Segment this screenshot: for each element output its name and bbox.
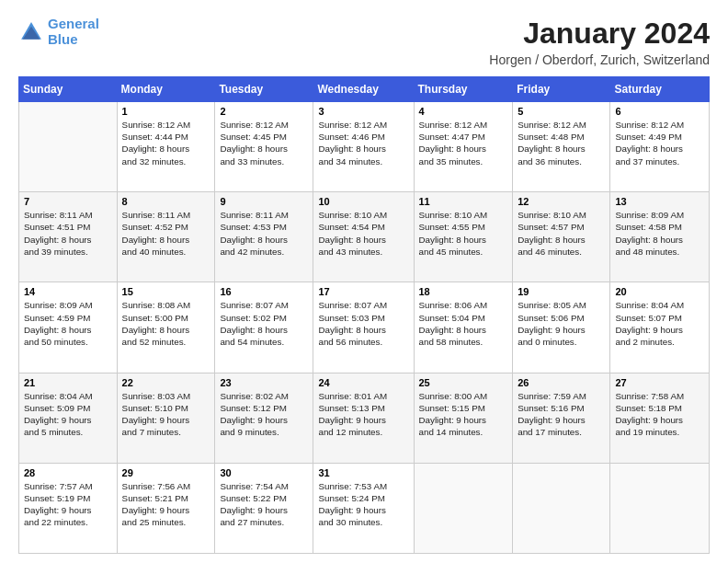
calendar-cell: 30Sunrise: 7:54 AM Sunset: 5:22 PM Dayli… [215,463,313,553]
calendar-cell: 10Sunrise: 8:10 AM Sunset: 4:54 PM Dayli… [313,192,414,282]
main-title: January 2024 [489,17,710,51]
weekday-header-sunday: Sunday [19,77,118,102]
day-number: 29 [122,467,210,478]
day-number: 15 [122,286,210,297]
day-number: 13 [615,196,704,207]
logo-text: General Blue [48,17,99,47]
day-number: 6 [615,106,704,117]
calendar-cell: 23Sunrise: 8:02 AM Sunset: 5:12 PM Dayli… [215,373,313,463]
calendar-cell: 19Sunrise: 8:05 AM Sunset: 5:06 PM Dayli… [513,282,610,373]
calendar-week-row: 28Sunrise: 7:57 AM Sunset: 5:19 PM Dayli… [19,463,710,553]
day-number: 1 [122,106,210,117]
logo-icon [18,19,44,45]
day-number: 2 [220,106,308,117]
day-number: 27 [615,377,704,388]
day-info: Sunrise: 8:12 AM Sunset: 4:49 PM Dayligh… [615,119,704,167]
calendar-week-row: 7Sunrise: 8:11 AM Sunset: 4:51 PM Daylig… [19,192,710,282]
calendar-cell: 12Sunrise: 8:10 AM Sunset: 4:57 PM Dayli… [513,192,610,282]
calendar-cell: 24Sunrise: 8:01 AM Sunset: 5:13 PM Dayli… [313,373,414,463]
calendar-cell: 1Sunrise: 8:12 AM Sunset: 4:44 PM Daylig… [117,102,215,192]
title-block: January 2024 Horgen / Oberdorf, Zurich, … [489,17,710,67]
day-info: Sunrise: 8:12 AM Sunset: 4:44 PM Dayligh… [122,119,210,167]
calendar-cell: 31Sunrise: 7:53 AM Sunset: 5:24 PM Dayli… [313,463,414,553]
day-info: Sunrise: 8:06 AM Sunset: 5:04 PM Dayligh… [419,299,508,348]
day-info: Sunrise: 8:07 AM Sunset: 5:02 PM Dayligh… [220,299,308,348]
subtitle: Horgen / Oberdorf, Zurich, Switzerland [489,52,710,67]
day-info: Sunrise: 8:09 AM Sunset: 4:58 PM Dayligh… [615,209,704,258]
day-info: Sunrise: 8:00 AM Sunset: 5:15 PM Dayligh… [419,390,508,439]
day-number: 10 [318,196,408,207]
calendar-cell: 22Sunrise: 8:03 AM Sunset: 5:10 PM Dayli… [117,373,215,463]
calendar-cell: 17Sunrise: 8:07 AM Sunset: 5:03 PM Dayli… [313,282,414,373]
weekday-header-friday: Friday [513,77,610,102]
day-info: Sunrise: 7:58 AM Sunset: 5:18 PM Dayligh… [615,390,704,439]
day-info: Sunrise: 8:02 AM Sunset: 5:12 PM Dayligh… [220,390,308,439]
day-number: 5 [518,106,605,117]
day-info: Sunrise: 8:01 AM Sunset: 5:13 PM Dayligh… [318,390,408,439]
day-info: Sunrise: 8:03 AM Sunset: 5:10 PM Dayligh… [122,390,210,439]
day-info: Sunrise: 8:11 AM Sunset: 4:52 PM Dayligh… [122,209,210,258]
calendar-cell: 26Sunrise: 7:59 AM Sunset: 5:16 PM Dayli… [513,373,610,463]
weekday-header-saturday: Saturday [610,77,710,102]
day-info: Sunrise: 8:12 AM Sunset: 4:47 PM Dayligh… [419,119,508,167]
day-number: 18 [419,286,508,297]
weekday-header-wednesday: Wednesday [313,77,414,102]
day-number: 19 [518,286,605,297]
calendar-table: SundayMondayTuesdayWednesdayThursdayFrid… [18,76,710,554]
calendar-cell: 27Sunrise: 7:58 AM Sunset: 5:18 PM Dayli… [610,373,710,463]
day-number: 26 [518,377,605,388]
day-info: Sunrise: 8:10 AM Sunset: 4:57 PM Dayligh… [518,209,605,258]
page: General Blue January 2024 Horgen / Oberd… [0,0,728,563]
calendar-cell: 13Sunrise: 8:09 AM Sunset: 4:58 PM Dayli… [610,192,710,282]
calendar-cell: 21Sunrise: 8:04 AM Sunset: 5:09 PM Dayli… [19,373,118,463]
calendar-week-row: 14Sunrise: 8:09 AM Sunset: 4:59 PM Dayli… [19,282,710,373]
day-info: Sunrise: 8:12 AM Sunset: 4:48 PM Dayligh… [518,119,605,167]
day-number: 11 [419,196,508,207]
calendar-cell: 20Sunrise: 8:04 AM Sunset: 5:07 PM Dayli… [610,282,710,373]
calendar-week-row: 21Sunrise: 8:04 AM Sunset: 5:09 PM Dayli… [19,373,710,463]
day-number: 20 [615,286,704,297]
day-info: Sunrise: 8:05 AM Sunset: 5:06 PM Dayligh… [518,299,605,348]
day-number: 8 [122,196,210,207]
calendar-cell [414,463,513,553]
calendar-cell: 6Sunrise: 8:12 AM Sunset: 4:49 PM Daylig… [610,102,710,192]
day-info: Sunrise: 7:53 AM Sunset: 5:24 PM Dayligh… [318,480,408,529]
day-info: Sunrise: 8:11 AM Sunset: 4:53 PM Dayligh… [220,209,308,258]
calendar-week-row: 1Sunrise: 8:12 AM Sunset: 4:44 PM Daylig… [19,102,710,192]
day-info: Sunrise: 7:54 AM Sunset: 5:22 PM Dayligh… [220,480,308,529]
calendar-cell: 11Sunrise: 8:10 AM Sunset: 4:55 PM Dayli… [414,192,513,282]
day-number: 28 [24,467,112,478]
day-info: Sunrise: 8:04 AM Sunset: 5:09 PM Dayligh… [24,390,112,439]
day-info: Sunrise: 8:07 AM Sunset: 5:03 PM Dayligh… [318,299,408,348]
day-number: 3 [318,106,408,117]
day-number: 4 [419,106,508,117]
day-number: 7 [24,196,112,207]
weekday-header-thursday: Thursday [414,77,513,102]
calendar-cell: 2Sunrise: 8:12 AM Sunset: 4:45 PM Daylig… [215,102,313,192]
header: General Blue January 2024 Horgen / Oberd… [18,17,710,67]
calendar-cell: 29Sunrise: 7:56 AM Sunset: 5:21 PM Dayli… [117,463,215,553]
calendar-cell: 16Sunrise: 8:07 AM Sunset: 5:02 PM Dayli… [215,282,313,373]
day-info: Sunrise: 8:10 AM Sunset: 4:54 PM Dayligh… [318,209,408,258]
calendar-cell: 15Sunrise: 8:08 AM Sunset: 5:00 PM Dayli… [117,282,215,373]
day-number: 9 [220,196,308,207]
weekday-header-row: SundayMondayTuesdayWednesdayThursdayFrid… [19,77,710,102]
calendar-cell [513,463,610,553]
day-number: 14 [24,286,112,297]
day-number: 31 [318,467,408,478]
day-number: 22 [122,377,210,388]
day-info: Sunrise: 7:59 AM Sunset: 5:16 PM Dayligh… [518,390,605,439]
calendar-cell: 25Sunrise: 8:00 AM Sunset: 5:15 PM Dayli… [414,373,513,463]
day-info: Sunrise: 7:57 AM Sunset: 5:19 PM Dayligh… [24,480,112,529]
day-number: 16 [220,286,308,297]
day-number: 30 [220,467,308,478]
calendar-cell: 18Sunrise: 8:06 AM Sunset: 5:04 PM Dayli… [414,282,513,373]
calendar-cell: 28Sunrise: 7:57 AM Sunset: 5:19 PM Dayli… [19,463,118,553]
day-info: Sunrise: 8:11 AM Sunset: 4:51 PM Dayligh… [24,209,112,258]
calendar-cell: 4Sunrise: 8:12 AM Sunset: 4:47 PM Daylig… [414,102,513,192]
day-info: Sunrise: 8:12 AM Sunset: 4:45 PM Dayligh… [220,119,308,167]
calendar-cell: 8Sunrise: 8:11 AM Sunset: 4:52 PM Daylig… [117,192,215,282]
day-number: 12 [518,196,605,207]
calendar-cell: 5Sunrise: 8:12 AM Sunset: 4:48 PM Daylig… [513,102,610,192]
day-info: Sunrise: 8:04 AM Sunset: 5:07 PM Dayligh… [615,299,704,348]
